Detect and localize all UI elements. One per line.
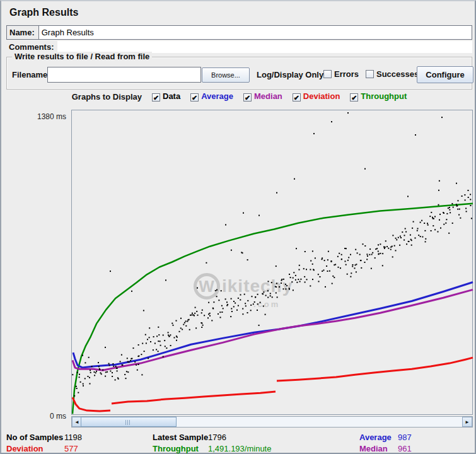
configure-button[interactable]: Configure bbox=[417, 66, 473, 83]
option-deviation: ✔Deviation bbox=[293, 91, 340, 102]
option-median: ✔Median bbox=[243, 91, 282, 102]
graph-plot: Wikitechy .com bbox=[71, 110, 473, 415]
successes-checkbox-group: Successes bbox=[366, 69, 419, 79]
no-of-samples: No of Samples bbox=[6, 433, 63, 442]
y-axis-max-label: 1380 ms bbox=[26, 112, 66, 121]
y-axis-min-label: 0 ms bbox=[26, 412, 66, 421]
errors-checkbox[interactable] bbox=[323, 70, 332, 78]
average-label[interactable]: Average bbox=[201, 91, 233, 101]
graphs-to-display-row: Graphs to Display ✔Data ✔Average ✔Median… bbox=[1, 91, 476, 102]
deviation-label[interactable]: Deviation bbox=[303, 91, 340, 101]
chart-canvas bbox=[72, 110, 473, 416]
latest-sample-value: 1796 bbox=[208, 433, 226, 442]
scroll-right-arrow-icon[interactable]: ► bbox=[462, 417, 472, 427]
deviation-stat-value: 577 bbox=[64, 444, 78, 453]
page-title: Graph Results bbox=[9, 7, 78, 18]
successes-checkbox[interactable] bbox=[366, 70, 374, 78]
average-stat: Average bbox=[359, 433, 392, 442]
no-of-samples-value: 1198 bbox=[64, 433, 82, 442]
successes-label[interactable]: Successes bbox=[376, 69, 419, 79]
write-results-panel: Write results to file / Read from file F… bbox=[6, 57, 472, 90]
median-label[interactable]: Median bbox=[254, 91, 282, 101]
option-average: ✔Average bbox=[190, 91, 233, 102]
horizontal-scrollbar[interactable]: ◄ ► bbox=[71, 416, 473, 428]
deviation-checkbox[interactable]: ✔ bbox=[293, 93, 301, 102]
filename-label: Filename bbox=[12, 70, 47, 79]
median-checkbox[interactable]: ✔ bbox=[243, 93, 252, 102]
graph-results-window: Graph Results Name: Comments: Write resu… bbox=[0, 0, 476, 454]
log-display-only-label: Log/Display Only: bbox=[257, 70, 327, 79]
average-checkbox[interactable]: ✔ bbox=[190, 93, 199, 102]
browse-button[interactable]: Browse... bbox=[202, 67, 250, 83]
throughput-checkbox[interactable]: ✔ bbox=[350, 93, 358, 102]
throughput-stat-value: 1,491.193/minute bbox=[208, 444, 271, 453]
scrollbar-thumb[interactable] bbox=[81, 417, 177, 427]
option-data: ✔Data bbox=[152, 91, 180, 102]
throughput-stat: Throughput bbox=[153, 444, 199, 453]
statistics-panel: No of Samples 1198 Latest Sample 1796 Av… bbox=[1, 431, 476, 453]
name-label: Name: bbox=[7, 26, 38, 39]
throughput-label[interactable]: Throughput bbox=[361, 91, 407, 101]
write-results-legend: Write results to file / Read from file bbox=[12, 52, 152, 61]
errors-checkbox-group: Errors bbox=[323, 69, 359, 79]
option-throughput: ✔Throughput bbox=[350, 91, 407, 102]
median-stat-value: 961 bbox=[398, 444, 412, 453]
graphs-to-display-label: Graphs to Display bbox=[72, 92, 142, 102]
name-input[interactable] bbox=[38, 26, 472, 39]
average-stat-value: 987 bbox=[398, 433, 412, 442]
filename-input[interactable] bbox=[47, 67, 201, 83]
data-label[interactable]: Data bbox=[163, 91, 180, 101]
deviation-stat: Deviation bbox=[6, 444, 44, 453]
name-row: Name: bbox=[6, 25, 472, 40]
scrollbar-grip-icon bbox=[125, 420, 131, 425]
errors-label[interactable]: Errors bbox=[334, 69, 359, 79]
median-stat: Median bbox=[359, 444, 388, 453]
data-checkbox[interactable]: ✔ bbox=[152, 93, 160, 102]
latest-sample: Latest Sample bbox=[153, 433, 208, 442]
